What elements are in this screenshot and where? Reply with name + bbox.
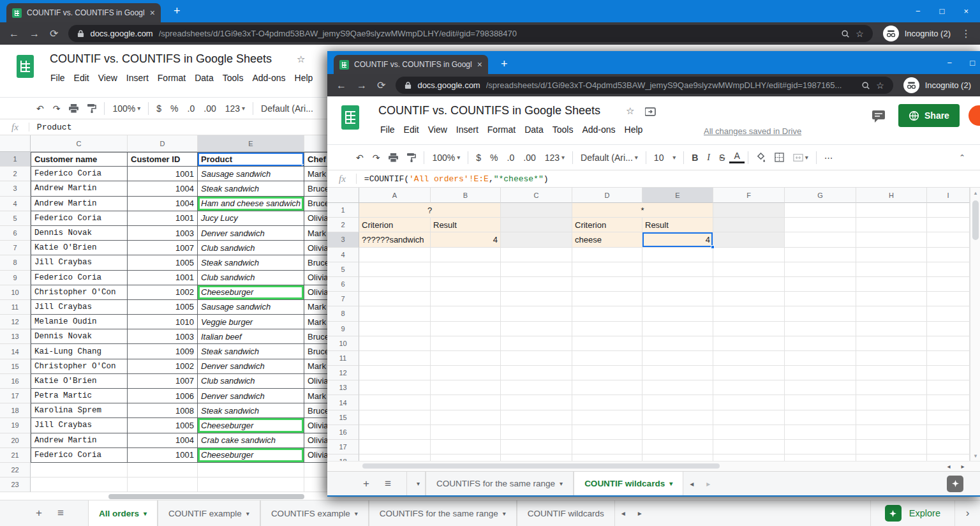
row-header-19[interactable]: 19 (0, 418, 31, 433)
menu-data[interactable]: Data (190, 73, 218, 83)
cell-G9[interactable] (785, 322, 856, 336)
cell-F9[interactable] (713, 322, 785, 336)
row-header-15[interactable]: 15 (327, 410, 359, 425)
cell-C13[interactable]: Dennis Novak (31, 329, 128, 344)
cell-C3[interactable] (501, 232, 572, 247)
address-bar[interactable]: docs.google.com/spreadsheets/d/1Gi9e3xT-… (396, 77, 893, 94)
cell-E18[interactable] (642, 455, 713, 461)
cell-H2[interactable] (856, 218, 927, 232)
cell-A6[interactable] (359, 277, 431, 292)
menu-insert[interactable]: Insert (122, 73, 153, 83)
scroll-tabs-left-button[interactable]: ◂ (615, 500, 632, 526)
cell-B8[interactable] (431, 306, 501, 321)
cell-C11[interactable]: Jill Craybas (31, 300, 128, 315)
cell-F7[interactable] (713, 292, 785, 306)
cell-B11[interactable] (431, 351, 501, 366)
star-document-icon[interactable]: ☆ (297, 54, 305, 65)
row-header-16[interactable]: 16 (327, 425, 359, 440)
cell-C14[interactable]: Kai-Lung Chang (31, 344, 128, 359)
cell-H10[interactable] (856, 336, 927, 351)
cell-A8[interactable] (359, 306, 431, 321)
cell-F14[interactable] (713, 395, 785, 410)
cell-C15[interactable] (501, 410, 572, 425)
cell-G2[interactable] (785, 218, 856, 232)
menu-format[interactable]: Format (483, 124, 520, 135)
cell-H4[interactable] (856, 248, 927, 262)
cell-C7[interactable]: Katie O'Brien (31, 241, 128, 255)
scrollbar-thumb[interactable] (108, 494, 304, 499)
cell-empty[interactable] (31, 463, 128, 477)
row-header-16[interactable]: 16 (0, 374, 31, 389)
cell-F15[interactable] (713, 410, 785, 425)
cell-A7[interactable] (359, 292, 431, 306)
titlebar[interactable]: COUNTIF vs. COUNTIFS in Googl × + − □ × (0, 0, 980, 22)
avatar[interactable] (969, 105, 980, 126)
reload-icon[interactable]: ⟳ (50, 29, 58, 39)
cell-I10[interactable] (927, 336, 970, 351)
cell-E5[interactable]: Jucy Lucy (198, 211, 304, 226)
back-icon[interactable]: ← (336, 80, 346, 91)
cell-H7[interactable] (856, 292, 927, 306)
scrollbar-thumb[interactable] (362, 463, 720, 469)
row-header-5[interactable]: 5 (327, 262, 359, 277)
row-header-18[interactable]: 18 (327, 455, 359, 461)
number-format-button[interactable]: 123▾ (221, 103, 249, 114)
tab-close-icon[interactable]: × (150, 8, 155, 17)
cell-C16[interactable] (501, 425, 572, 440)
cell-A17[interactable] (359, 440, 431, 455)
decrease-decimal-button[interactable]: .0 (183, 103, 200, 114)
cell-G3[interactable] (785, 232, 856, 247)
cell-D12[interactable]: 1010 (128, 315, 198, 329)
cell-C10[interactable] (501, 336, 572, 351)
scroll-tabs-right-button[interactable]: ▸ (632, 500, 648, 526)
cell-I16[interactable] (927, 425, 970, 440)
cell-E9[interactable]: Club sandwich (198, 271, 304, 285)
cell-E1[interactable]: Product (198, 152, 304, 167)
row-header-13[interactable]: 13 (0, 329, 31, 344)
menu-data[interactable]: Data (520, 124, 548, 135)
cell-empty[interactable] (128, 477, 198, 492)
zoom-icon[interactable] (861, 81, 870, 90)
row-header-15[interactable]: 15 (0, 359, 31, 374)
add-sheet-button[interactable]: + (355, 472, 377, 495)
cell-I11[interactable] (927, 351, 970, 366)
cell-D3[interactable]: 1004 (128, 181, 198, 196)
cell-G8[interactable] (785, 306, 856, 321)
cell-D15[interactable] (572, 410, 642, 425)
cell-D11[interactable]: 1005 (128, 300, 198, 315)
zoom-select[interactable]: 100%▾ (108, 103, 145, 114)
forward-icon[interactable]: → (357, 80, 367, 91)
cell-C17[interactable] (501, 440, 572, 455)
menu-help[interactable]: Help (620, 124, 648, 135)
cell-C7[interactable] (501, 292, 572, 306)
vertical-scrollbar[interactable]: ▴ ▾ (970, 188, 980, 461)
cell-I5[interactable] (927, 262, 970, 277)
cell-C13[interactable] (501, 380, 572, 395)
cell-B4[interactable] (431, 248, 501, 262)
cell-D20[interactable]: 1004 (128, 433, 198, 448)
sheet-tab-partial[interactable]: ▾ (406, 472, 426, 495)
cell-A9[interactable] (359, 322, 431, 336)
row-header-6[interactable]: 6 (327, 277, 359, 292)
explore-icon[interactable] (947, 476, 963, 492)
merge-cells-icon[interactable]: ▾ (789, 153, 813, 162)
cell-I18[interactable] (927, 455, 970, 461)
cell-C3[interactable]: Andrew Martin (31, 181, 128, 196)
col-header-B[interactable]: B (431, 188, 501, 203)
cell-E12[interactable]: Veggie burger (198, 315, 304, 329)
format-currency-button[interactable]: $ (471, 153, 486, 163)
paint-format-icon[interactable] (83, 104, 101, 113)
cell-G11[interactable] (785, 351, 856, 366)
scroll-up-icon[interactable]: ▴ (970, 190, 980, 196)
reload-icon[interactable]: ⟳ (377, 80, 385, 91)
cell-F17[interactable] (713, 440, 785, 455)
sheet-tab-countif-wildcards[interactable]: COUNTIF wildcards (517, 500, 615, 526)
cell-I2[interactable] (927, 218, 970, 232)
cell-H5[interactable] (856, 262, 927, 277)
cell-D8[interactable]: 1005 (128, 255, 198, 270)
fill-color-icon[interactable] (752, 153, 770, 162)
cell-D18[interactable] (572, 455, 642, 461)
sheet-tab-countif-wildcards[interactable]: COUNTIF wildcards▾ (574, 472, 683, 495)
row-header-17[interactable]: 17 (327, 440, 359, 455)
comment-icon[interactable] (872, 110, 886, 123)
